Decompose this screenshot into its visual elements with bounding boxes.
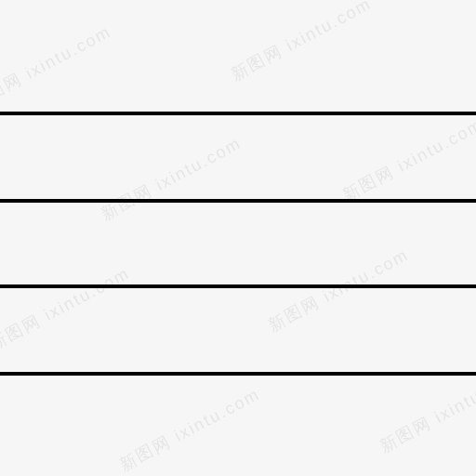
- watermark-text: 新图网 ixintu.com: [97, 132, 245, 225]
- watermark-text: 新图网 ixintu.com: [227, 0, 376, 86]
- watermark-text: 新图网 ixintu.com: [376, 364, 476, 457]
- menu-line-1: [0, 112, 476, 115]
- watermark-text: 新图网 ixintu.com: [0, 20, 115, 113]
- menu-line-4: [0, 372, 476, 376]
- watermark-text: 新图网 ixintu.com: [264, 244, 413, 337]
- watermark-text: 新图网 ixintu.com: [338, 113, 476, 206]
- menu-line-3: [0, 284, 476, 288]
- watermark-text: 新图网 ixintu.com: [0, 262, 134, 355]
- watermark-text: 新图网 ixintu.com: [115, 383, 264, 476]
- menu-line-2: [0, 199, 476, 203]
